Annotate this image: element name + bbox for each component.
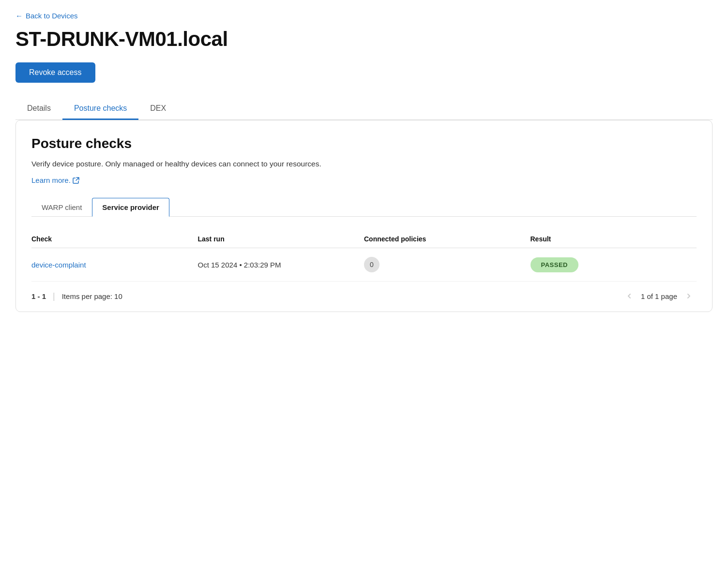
- pagination-prev-button[interactable]: [622, 290, 637, 302]
- posture-checks-card: Posture checks Verify device posture. On…: [15, 120, 713, 312]
- tab-dex[interactable]: DEX: [138, 98, 178, 120]
- items-per-page-label: Items per page: 10: [62, 292, 122, 300]
- learn-more-link[interactable]: Learn more.: [31, 176, 79, 184]
- card-title: Posture checks: [31, 136, 697, 151]
- header-check: Check: [31, 235, 198, 243]
- subtab-warp-client[interactable]: WARP client: [31, 198, 92, 217]
- pagination-right: 1 of 1 page: [622, 290, 697, 302]
- external-link-icon: [73, 177, 79, 184]
- subtabs: WARP client Service provider: [31, 198, 697, 217]
- table-row: device-complaint Oct 15 2024 • 2:03:29 P…: [31, 248, 697, 282]
- pagination-next-button[interactable]: [681, 290, 697, 302]
- posture-checks-table: Check Last run Connected policies Result…: [31, 230, 697, 282]
- revoke-access-button[interactable]: Revoke access: [15, 62, 95, 83]
- pagination-range: 1 - 1: [31, 292, 46, 300]
- header-connected-policies: Connected policies: [364, 235, 531, 243]
- tab-details[interactable]: Details: [15, 98, 62, 120]
- back-link-label: Back to Devices: [26, 12, 78, 20]
- policy-count-badge: 0: [364, 257, 379, 272]
- card-description: Verify device posture. Only managed or h…: [31, 158, 697, 169]
- pagination-divider: |: [53, 291, 55, 301]
- device-complaint-link[interactable]: device-complaint: [31, 261, 86, 269]
- pagination-left: 1 - 1 | Items per page: 10: [31, 291, 122, 301]
- table-header: Check Last run Connected policies Result: [31, 230, 697, 248]
- subtab-service-provider[interactable]: Service provider: [92, 198, 169, 217]
- header-result: Result: [531, 235, 697, 243]
- cell-connected-policies: 0: [364, 257, 531, 272]
- learn-more-label: Learn more.: [31, 176, 71, 184]
- header-last-run: Last run: [198, 235, 364, 243]
- back-arrow-icon: ←: [15, 12, 23, 20]
- result-passed-badge: PASSED: [531, 257, 579, 272]
- back-to-devices-link[interactable]: ← Back to Devices: [15, 12, 78, 20]
- tab-posture-checks[interactable]: Posture checks: [62, 98, 138, 120]
- main-tabs: Details Posture checks DEX: [15, 98, 713, 120]
- page-title: ST-DRUNK-VM01.local: [15, 28, 713, 51]
- cell-check: device-complaint: [31, 261, 198, 269]
- pagination-bar: 1 - 1 | Items per page: 10 1 of 1 page: [31, 282, 697, 312]
- cell-result: PASSED: [531, 257, 697, 272]
- cell-last-run: Oct 15 2024 • 2:03:29 PM: [198, 261, 364, 269]
- pagination-current-page: 1 of 1 page: [641, 292, 677, 300]
